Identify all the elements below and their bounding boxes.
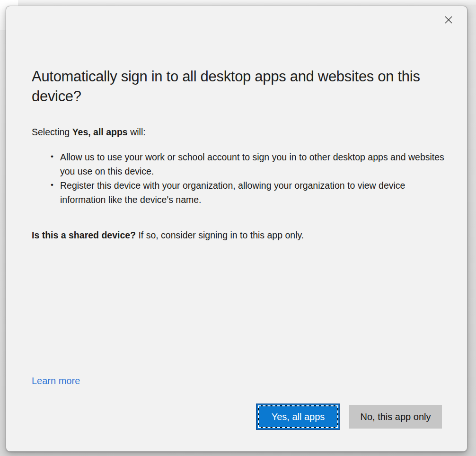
- intro-bold: Yes, all apps: [72, 127, 128, 137]
- list-item-register-device: Register this device with your organizat…: [50, 178, 450, 207]
- intro-text: Selecting Yes, all apps will:: [32, 125, 439, 139]
- no-this-app-only-button[interactable]: No, this app only: [349, 405, 442, 429]
- shared-device-advice: If so, consider signing in to this app o…: [136, 230, 304, 240]
- intro-prefix: Selecting: [32, 127, 72, 137]
- shared-device-note: Is this a shared device? If so, consider…: [32, 228, 448, 242]
- close-icon: [444, 15, 453, 25]
- close-button[interactable]: [441, 12, 457, 28]
- yes-all-apps-label: Yes, all apps: [272, 412, 325, 422]
- list-item-allow-account: Allow us to use your work or school acco…: [50, 150, 450, 178]
- bullet-list: Allow us to use your work or school acco…: [50, 150, 450, 207]
- intro-suffix: will:: [128, 127, 146, 137]
- shared-device-question: Is this a shared device?: [32, 230, 136, 240]
- dialog-title: Automatically sign in to all desktop app…: [32, 67, 458, 106]
- learn-more-link[interactable]: Learn more: [32, 376, 80, 386]
- backdrop-top-strip: [0, 0, 476, 5]
- dialog-window: Automatically sign in to all desktop app…: [6, 6, 467, 452]
- yes-all-apps-button[interactable]: Yes, all apps: [256, 403, 340, 430]
